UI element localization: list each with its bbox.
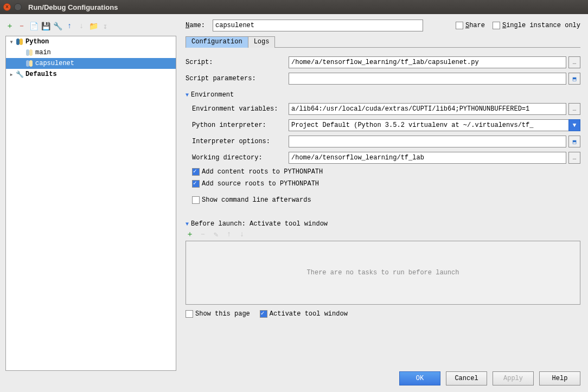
- show-cmd-afterwards-label: Show command line afterwards: [202, 196, 311, 204]
- tree-label: Defaults: [25, 70, 57, 78]
- activate-tool-window-checkbox[interactable]: [260, 310, 267, 318]
- tree-node-python[interactable]: ▾ Python: [6, 36, 176, 47]
- wrench-icon: 🔧: [16, 70, 23, 78]
- python-icon: [25, 49, 33, 56]
- pyinterp-dropdown-button[interactable]: ▼: [568, 119, 580, 131]
- script-input[interactable]: [289, 56, 566, 68]
- remove-config-icon[interactable]: －: [17, 22, 26, 30]
- add-content-roots-label: Add content roots to PYTHONPATH: [202, 168, 323, 176]
- svg-rect-1: [20, 38, 23, 45]
- envvars-label: Environment variables:: [192, 105, 289, 113]
- before-launch-toolbar: ＋ － ✎ ↑ ↓: [186, 230, 580, 239]
- task-down-icon: ↓: [238, 230, 246, 239]
- edit-envvars-button[interactable]: …: [568, 103, 580, 115]
- move-down-icon: ↓: [77, 22, 86, 30]
- expand-interpopts-button[interactable]: ⬒: [568, 136, 580, 147]
- tree-label: Python: [25, 38, 49, 46]
- svg-rect-2: [26, 49, 29, 56]
- settings-wrench-icon[interactable]: 🔧: [53, 22, 62, 30]
- activate-tool-window-label: Activate tool window: [270, 310, 348, 318]
- browse-workdir-button[interactable]: …: [568, 152, 580, 164]
- name-label: Name:: [186, 22, 213, 29]
- folder-icon: 📁: [89, 22, 98, 30]
- triangle-down-icon: ▼: [186, 221, 189, 227]
- window-close-button[interactable]: ×: [3, 3, 11, 11]
- script-params-label: Script parameters:: [186, 75, 289, 82]
- before-launch-task-list[interactable]: There are no tasks to run before launch: [186, 241, 580, 305]
- tabs: Configuration Logs: [186, 36, 580, 48]
- envvars-input[interactable]: [289, 103, 566, 115]
- browse-script-button[interactable]: …: [568, 56, 580, 68]
- share-label: Share: [465, 22, 485, 29]
- add-source-roots-checkbox[interactable]: [192, 180, 200, 188]
- add-config-icon[interactable]: ＋: [5, 22, 14, 30]
- before-launch-section-header[interactable]: ▼ Before launch: Activate tool window: [186, 220, 580, 228]
- config-tree[interactable]: ▾ Python main capsulenet ▸ 🔧 Defaults: [5, 36, 176, 371]
- dialog-footer: OK Cancel Apply Help: [399, 371, 580, 385]
- cancel-button[interactable]: Cancel: [446, 371, 487, 385]
- script-label: Script:: [186, 59, 289, 66]
- single-instance-checkbox[interactable]: [493, 22, 500, 29]
- add-content-roots-checkbox[interactable]: [192, 168, 200, 176]
- single-instance-label: Single instance only: [502, 22, 580, 29]
- help-button[interactable]: Help: [539, 371, 580, 385]
- pyinterp-label: Python interpreter:: [192, 121, 289, 129]
- svg-rect-0: [16, 38, 20, 45]
- name-input[interactable]: [213, 20, 423, 31]
- workdir-input[interactable]: [289, 152, 566, 164]
- environment-header-label: Environment: [191, 91, 234, 99]
- chevron-right-icon[interactable]: ▸: [8, 70, 15, 79]
- expand-params-button[interactable]: ⬒: [568, 73, 580, 85]
- svg-rect-4: [26, 60, 29, 67]
- window-minimize-button[interactable]: [14, 3, 22, 11]
- tree-node-defaults[interactable]: ▸ 🔧 Defaults: [6, 69, 176, 80]
- show-this-page-checkbox[interactable]: [186, 310, 193, 318]
- triangle-down-icon: ▼: [186, 92, 189, 98]
- edit-task-icon: ✎: [212, 230, 220, 239]
- apply-button: Apply: [493, 371, 534, 385]
- add-task-icon[interactable]: ＋: [186, 230, 194, 239]
- show-this-page-label: Show this page: [195, 310, 250, 318]
- window-title: Run/Debug Configurations: [28, 3, 118, 11]
- sort-icon: ↧: [101, 22, 110, 30]
- tab-configuration[interactable]: Configuration: [186, 36, 248, 48]
- copy-config-icon[interactable]: 📄: [29, 22, 38, 30]
- config-toolbar: ＋ － 📄 💾 🔧 ↑ ↓ 📁 ↧: [5, 20, 176, 33]
- before-launch-header-label: Before launch: Activate tool window: [191, 220, 328, 228]
- remove-task-icon: －: [199, 230, 207, 239]
- task-up-icon: ↑: [225, 230, 233, 239]
- interpopts-label: Interpreter options:: [192, 138, 289, 145]
- tree-label: capsulenet: [35, 60, 74, 67]
- tree-node-main[interactable]: main: [6, 47, 176, 58]
- script-params-input[interactable]: [289, 73, 566, 85]
- python-icon: [25, 60, 33, 67]
- python-icon: [16, 38, 23, 46]
- environment-section-header[interactable]: ▼ Environment: [186, 91, 580, 99]
- pyinterp-select[interactable]: [289, 119, 568, 131]
- move-up-icon[interactable]: ↑: [65, 22, 74, 30]
- save-config-icon[interactable]: 💾: [41, 22, 50, 30]
- tree-label: main: [35, 49, 51, 56]
- name-row: Name: Share Single instance only: [186, 20, 580, 31]
- tab-logs[interactable]: Logs: [248, 36, 276, 48]
- workdir-label: Working directory:: [192, 154, 289, 162]
- svg-rect-3: [29, 49, 33, 56]
- empty-task-text: There are no tasks to run before launch: [307, 269, 459, 277]
- add-source-roots-label: Add source roots to PYTHONPATH: [202, 180, 319, 188]
- show-cmd-afterwards-checkbox[interactable]: [192, 196, 200, 204]
- interpopts-input[interactable]: [289, 136, 566, 147]
- share-checkbox[interactable]: [456, 22, 463, 29]
- ok-button[interactable]: OK: [399, 371, 440, 385]
- svg-rect-5: [29, 60, 33, 67]
- titlebar: × Run/Debug Configurations: [0, 0, 588, 14]
- tree-node-capsulenet[interactable]: capsulenet: [6, 58, 176, 69]
- chevron-down-icon[interactable]: ▾: [8, 38, 15, 46]
